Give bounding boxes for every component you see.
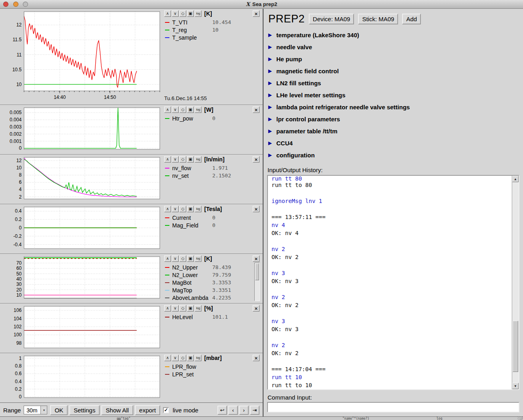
expand-arrow-icon[interactable]: ▶ — [268, 141, 273, 146]
zoom-icon[interactable]: ◇ — [179, 305, 186, 311]
expand-arrow-icon[interactable]: ▶ — [268, 153, 273, 158]
scale-down-icon[interactable]: ∨ — [172, 305, 179, 311]
chart-close-button[interactable]: × — [253, 156, 259, 163]
chart-plot-3[interactable]: -0.4-0.200.20.4 — [0, 205, 161, 253]
chart-close-button[interactable]: × — [253, 107, 259, 113]
chart-plot-4[interactable]: 10203040506070 — [0, 254, 161, 303]
legend-value: 79.759 — [212, 272, 231, 278]
resize-grip[interactable] — [517, 417, 523, 420]
show-all-button[interactable]: Show All — [101, 405, 133, 415]
zoom-icon[interactable]: ◇ — [179, 107, 186, 113]
scroll-up-icon[interactable]: ▲ — [512, 176, 519, 182]
expand-arrow-icon[interactable]: ▶ — [268, 80, 273, 86]
expand-icon[interactable]: ▣ — [187, 355, 194, 361]
log-scale-icon[interactable]: log — [195, 107, 201, 113]
section-magnetic-field-control[interactable]: ▶magnetic field control — [264, 65, 523, 77]
settings-button[interactable]: Settings — [69, 405, 100, 415]
legend-scrollbar[interactable] — [254, 263, 260, 301]
device-button[interactable]: Device: MA09 — [309, 14, 354, 24]
jump-latest-icon[interactable]: ↩ — [217, 406, 227, 415]
zoom-icon[interactable]: ◇ — [179, 255, 186, 262]
ok-button[interactable]: OK — [50, 405, 68, 415]
expand-arrow-icon[interactable]: ▶ — [268, 68, 273, 74]
log-scale-icon[interactable]: log — [195, 305, 201, 311]
scale-up-icon[interactable]: ∧ — [164, 107, 171, 113]
add-button[interactable]: Add — [402, 14, 421, 24]
scale-down-icon[interactable]: ∨ — [172, 255, 179, 262]
expand-arrow-icon[interactable]: ▶ — [268, 117, 273, 122]
command-input[interactable] — [267, 402, 519, 412]
step-back-icon[interactable]: ‹ — [228, 406, 238, 415]
scale-up-icon[interactable]: ∧ — [164, 206, 171, 212]
live-mode-checkbox[interactable]: ✓ — [163, 407, 169, 413]
log-scale-icon[interactable]: log — [195, 156, 201, 163]
range-dropdown[interactable]: 30m ▼ — [24, 406, 47, 414]
expand-arrow-icon[interactable]: ▶ — [268, 92, 273, 98]
expand-icon[interactable]: ▣ — [187, 206, 194, 212]
scale-up-icon[interactable]: ∧ — [164, 156, 171, 163]
scale-down-icon[interactable]: ∨ — [172, 107, 179, 113]
scale-down-icon[interactable]: ∨ — [172, 206, 179, 212]
scale-up-icon[interactable]: ∧ — [164, 10, 171, 17]
history-line: run tt to 80 — [272, 181, 511, 189]
section-ln2-fill-settings[interactable]: ▶LN2 fill settings — [264, 77, 523, 89]
chart-plot-5[interactable]: 98100102104106 — [0, 304, 161, 353]
zoom-icon[interactable]: ◇ — [179, 355, 186, 361]
scrollbar-thumb[interactable] — [513, 321, 518, 372]
expand-icon[interactable]: ▣ — [187, 255, 194, 262]
expand-arrow-icon[interactable]: ▶ — [268, 104, 273, 110]
section-lambda-point-refrigerator-needle-valve-settings[interactable]: ▶lambda point refrigerator needle valve … — [264, 101, 523, 113]
expand-arrow-icon[interactable]: ▶ — [268, 56, 273, 62]
scale-down-icon[interactable]: ∨ — [172, 10, 179, 17]
expand-arrow-icon[interactable]: ▶ — [268, 44, 273, 50]
chart-close-button[interactable]: × — [253, 305, 259, 311]
scale-up-icon[interactable]: ∧ — [164, 305, 171, 311]
zoom-icon[interactable]: ◇ — [179, 206, 186, 212]
scale-up-icon[interactable]: ∧ — [164, 355, 171, 361]
history-scrollbar[interactable]: ▲ ▼ — [512, 176, 519, 389]
scale-up-icon[interactable]: ∧ — [164, 255, 171, 262]
section-temperature-lakeshore-340[interactable]: ▶temperature (LakeShore 340) — [264, 29, 523, 41]
stick-button[interactable]: Stick: MA09 — [358, 14, 398, 24]
export-button[interactable]: export — [135, 405, 161, 415]
log-scale-icon[interactable]: log — [195, 355, 201, 361]
chart-close-button[interactable]: × — [253, 255, 259, 262]
x11-logo-icon: X — [246, 1, 250, 7]
chart-plot-0[interactable]: 1010.51111.51214:4014:50 — [0, 9, 161, 104]
chart-close-button[interactable]: × — [253, 206, 259, 212]
section-he-pump[interactable]: ▶He pump — [264, 53, 523, 65]
step-forward-icon[interactable]: › — [239, 406, 249, 415]
expand-icon[interactable]: ▣ — [187, 156, 194, 163]
expand-arrow-icon[interactable]: ▶ — [268, 129, 273, 134]
scale-down-icon[interactable]: ∨ — [172, 355, 179, 361]
chart-close-button[interactable]: × — [253, 355, 259, 361]
expand-icon[interactable]: ▣ — [187, 10, 194, 17]
chart-close-button[interactable]: × — [253, 10, 259, 17]
chart-plot-2[interactable]: 24681012 — [0, 155, 161, 204]
section-needle-valve[interactable]: ▶needle valve — [264, 41, 523, 53]
zoom-icon[interactable]: ◇ — [179, 10, 186, 17]
expand-arrow-icon[interactable]: ▶ — [268, 32, 273, 38]
history-box[interactable]: run tt 80run tt to 80 ignoreMsg lnv 1 ==… — [267, 175, 519, 390]
zoom-icon[interactable]: ◇ — [179, 156, 186, 163]
chart-plot-6[interactable]: 00.20.40.60.81 — [0, 354, 161, 402]
legend-swatch-icon — [165, 22, 169, 23]
expand-icon[interactable]: ▣ — [187, 305, 194, 311]
log-scale-icon[interactable]: log — [195, 10, 201, 17]
scale-down-icon[interactable]: ∨ — [172, 156, 179, 163]
legend-scrollbar-thumb[interactable] — [255, 263, 259, 280]
section-configuration[interactable]: ▶configuration — [264, 149, 523, 161]
log-scale-icon[interactable]: log — [195, 206, 201, 212]
section-lpr-control-parameters[interactable]: ▶lpr control parameters — [264, 113, 523, 125]
dropdown-arrow-icon[interactable]: ▼ — [40, 406, 47, 414]
chart-plot-1[interactable]: 00.0010.0020.0030.0040.005 — [0, 105, 161, 154]
window-titlebar[interactable]: XSea prep2 — [0, 0, 523, 9]
legend-name: AboveLambda — [172, 295, 212, 301]
jump-end-icon[interactable]: ⇥ — [250, 406, 259, 415]
expand-icon[interactable]: ▣ — [187, 107, 194, 113]
section-ccu4[interactable]: ▶CCU4 — [264, 137, 523, 149]
scroll-down-icon[interactable]: ▼ — [512, 383, 519, 389]
log-scale-icon[interactable]: log — [195, 255, 201, 262]
section-parameter-table-tt-tm[interactable]: ▶parameter table /tt/tm — [264, 125, 523, 137]
section-lhe-level-meter-settings[interactable]: ▶LHe level meter settings — [264, 89, 523, 101]
